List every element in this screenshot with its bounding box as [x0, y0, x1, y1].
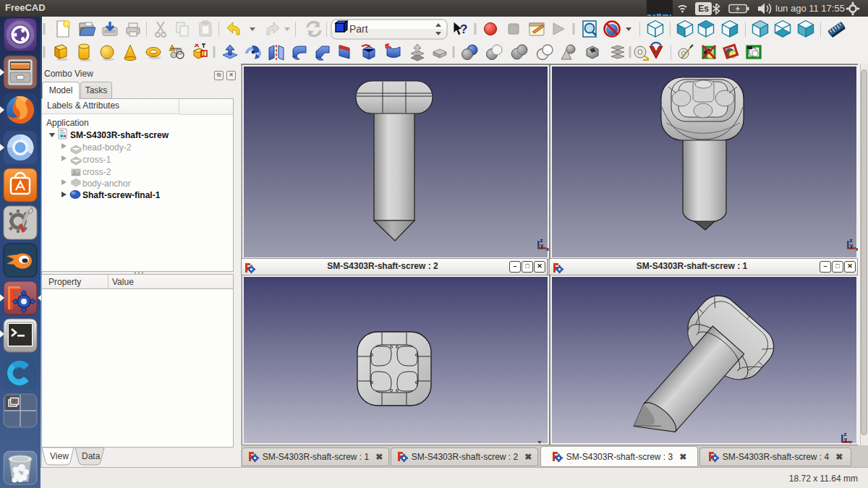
svg-text:x: x — [546, 246, 550, 252]
